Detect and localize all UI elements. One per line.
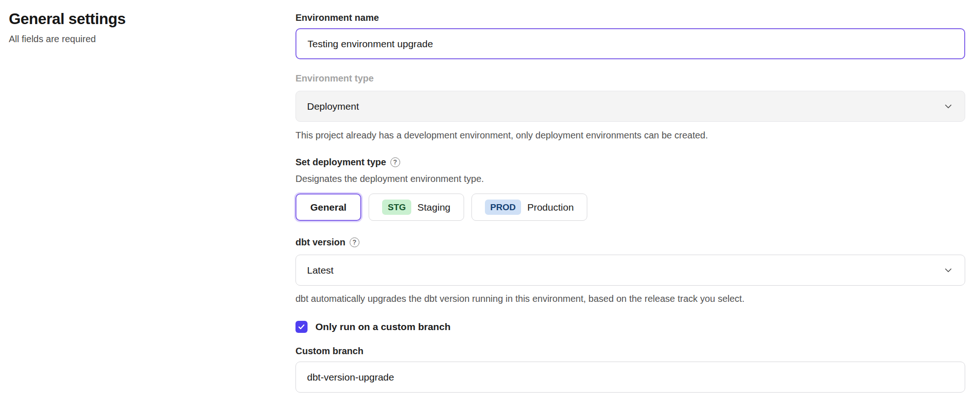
- deployment-type-option-general[interactable]: General: [295, 194, 361, 221]
- deployment-type-option-production[interactable]: PROD Production: [471, 194, 587, 221]
- dbt-version-helper: dbt automatically upgrades the dbt versi…: [295, 293, 965, 305]
- page-header: General settings All fields are required: [9, 10, 295, 393]
- deployment-type-label-text: Set deployment type: [295, 156, 386, 169]
- option-label: General: [310, 202, 346, 213]
- page-title: General settings: [9, 10, 295, 28]
- deployment-type-label: Set deployment type ?: [295, 156, 965, 169]
- option-label: Staging: [417, 202, 450, 213]
- environment-name-label: Environment name: [295, 11, 965, 24]
- environment-type-helper: This project already has a development e…: [295, 129, 965, 142]
- deployment-type-option-staging[interactable]: STG Staging: [369, 194, 464, 221]
- environment-name-field: Environment name: [295, 11, 965, 59]
- custom-branch-label: Custom branch: [295, 344, 965, 357]
- custom-branch-checkbox[interactable]: [295, 321, 308, 333]
- environment-name-input[interactable]: [295, 28, 965, 59]
- deployment-type-field: Set deployment type ? Designates the dep…: [295, 156, 965, 221]
- environment-type-select: Deployment: [295, 91, 965, 122]
- check-icon: [297, 323, 306, 331]
- dbt-version-select[interactable]: Latest: [295, 255, 965, 286]
- deployment-type-helper: Designates the deployment environment ty…: [295, 173, 965, 185]
- dbt-version-label-text: dbt version: [295, 236, 346, 249]
- environment-type-value: Deployment: [307, 101, 359, 112]
- dbt-version-value: Latest: [307, 265, 333, 276]
- help-icon[interactable]: ?: [350, 238, 359, 247]
- custom-branch-checkbox-label[interactable]: Only run on a custom branch: [315, 321, 451, 332]
- dbt-version-label: dbt version ?: [295, 236, 965, 249]
- dbt-version-field: dbt version ? Latest dbt automatically u…: [295, 236, 965, 305]
- custom-branch-input[interactable]: [295, 362, 965, 393]
- environment-type-label: Environment type: [295, 72, 965, 85]
- page-subtitle: All fields are required: [9, 34, 295, 44]
- custom-branch-checkbox-row: Only run on a custom branch: [295, 321, 965, 333]
- production-badge: PROD: [485, 200, 521, 215]
- environment-type-field: Environment type Deployment This project…: [295, 72, 965, 142]
- environment-form: Environment name Environment type Deploy…: [295, 10, 965, 393]
- settings-page: General settings All fields are required…: [0, 0, 980, 393]
- chevron-down-icon: [944, 266, 953, 275]
- deployment-type-options: General STG Staging PROD Production: [295, 194, 965, 221]
- option-label: Production: [527, 202, 573, 213]
- staging-badge: STG: [382, 200, 411, 215]
- help-icon[interactable]: ?: [390, 157, 400, 167]
- chevron-down-icon: [944, 102, 953, 111]
- custom-branch-field: Custom branch: [295, 344, 965, 393]
